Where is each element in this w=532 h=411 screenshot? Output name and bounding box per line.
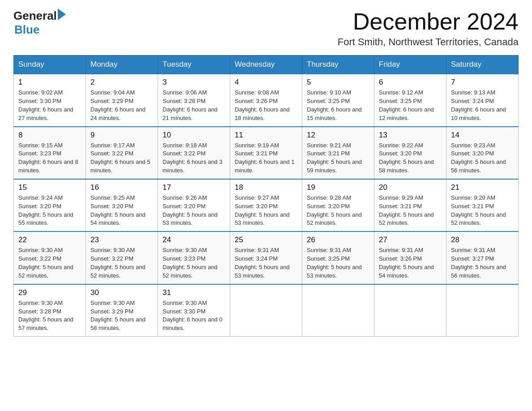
day-number: 19 xyxy=(307,183,369,192)
day-info: Sunrise: 9:31 AMSunset: 3:25 PMDaylight:… xyxy=(307,246,369,280)
day-info: Sunrise: 9:17 AMSunset: 3:22 PMDaylight:… xyxy=(90,141,153,175)
day-number: 14 xyxy=(451,131,514,140)
day-info: Sunrise: 9:31 AMSunset: 3:27 PMDaylight:… xyxy=(451,246,514,280)
day-info: Sunrise: 9:30 AMSunset: 3:30 PMDaylight:… xyxy=(163,299,225,333)
day-number: 1 xyxy=(18,78,81,87)
calendar-cell: 24 Sunrise: 9:30 AMSunset: 3:23 PMDaylig… xyxy=(158,231,230,284)
day-info: Sunrise: 9:15 AMSunset: 3:23 PMDaylight:… xyxy=(18,141,81,175)
weekday-header-row: SundayMondayTuesdayWednesdayThursdayFrid… xyxy=(14,56,519,74)
calendar-cell: 30 Sunrise: 9:30 AMSunset: 3:29 PMDaylig… xyxy=(86,284,158,337)
calendar-cell: 11 Sunrise: 9:19 AMSunset: 3:21 PMDaylig… xyxy=(230,127,302,179)
logo-general-text: General xyxy=(13,9,57,23)
day-info: Sunrise: 9:08 AMSunset: 3:26 PMDaylight:… xyxy=(235,89,297,122)
day-number: 15 xyxy=(18,183,81,192)
day-info: Sunrise: 9:30 AMSunset: 3:22 PMDaylight:… xyxy=(90,246,153,280)
day-number: 5 xyxy=(307,78,369,87)
day-info: Sunrise: 9:21 AMSunset: 3:21 PMDaylight:… xyxy=(307,141,369,175)
day-number: 18 xyxy=(235,183,297,192)
calendar-cell: 1 Sunrise: 9:02 AMSunset: 3:30 PMDayligh… xyxy=(14,74,86,126)
weekday-header-saturday: Saturday xyxy=(446,56,519,74)
day-info: Sunrise: 9:27 AMSunset: 3:20 PMDaylight:… xyxy=(235,194,297,227)
day-number: 17 xyxy=(163,183,225,192)
calendar-cell: 17 Sunrise: 9:26 AMSunset: 3:20 PMDaylig… xyxy=(158,179,230,231)
calendar-cell: 26 Sunrise: 9:31 AMSunset: 3:25 PMDaylig… xyxy=(302,231,374,284)
day-number: 31 xyxy=(163,288,225,297)
day-info: Sunrise: 9:29 AMSunset: 3:21 PMDaylight:… xyxy=(451,194,514,227)
week-row-4: 22 Sunrise: 9:30 AMSunset: 3:22 PMDaylig… xyxy=(14,231,519,284)
day-info: Sunrise: 9:26 AMSunset: 3:20 PMDaylight:… xyxy=(163,194,225,227)
logo-blue-text: Blue xyxy=(14,23,66,37)
calendar-cell: 19 Sunrise: 9:28 AMSunset: 3:20 PMDaylig… xyxy=(302,179,374,231)
day-number: 12 xyxy=(307,131,369,140)
day-number: 7 xyxy=(451,78,514,87)
calendar-table: SundayMondayTuesdayWednesdayThursdayFrid… xyxy=(13,55,519,337)
calendar-cell xyxy=(374,284,446,337)
day-number: 2 xyxy=(90,78,153,87)
day-info: Sunrise: 9:30 AMSunset: 3:28 PMDaylight:… xyxy=(18,299,81,333)
title-area: December 2024 Fort Smith, Northwest Terr… xyxy=(338,9,519,48)
day-info: Sunrise: 9:19 AMSunset: 3:21 PMDaylight:… xyxy=(235,141,297,175)
calendar-cell: 18 Sunrise: 9:27 AMSunset: 3:20 PMDaylig… xyxy=(230,179,302,231)
calendar-cell xyxy=(230,284,302,337)
day-info: Sunrise: 9:10 AMSunset: 3:25 PMDaylight:… xyxy=(307,89,369,122)
day-number: 26 xyxy=(307,235,369,244)
day-info: Sunrise: 9:30 AMSunset: 3:29 PMDaylight:… xyxy=(90,299,153,333)
calendar-cell: 10 Sunrise: 9:18 AMSunset: 3:22 PMDaylig… xyxy=(158,127,230,179)
weekday-header-thursday: Thursday xyxy=(302,56,374,74)
calendar-cell: 25 Sunrise: 9:31 AMSunset: 3:24 PMDaylig… xyxy=(230,231,302,284)
day-info: Sunrise: 9:31 AMSunset: 3:26 PMDaylight:… xyxy=(379,246,442,280)
calendar-cell: 15 Sunrise: 9:24 AMSunset: 3:20 PMDaylig… xyxy=(14,179,86,231)
day-info: Sunrise: 9:31 AMSunset: 3:24 PMDaylight:… xyxy=(235,246,297,280)
calendar-cell: 6 Sunrise: 9:12 AMSunset: 3:25 PMDayligh… xyxy=(374,74,446,126)
day-number: 27 xyxy=(379,235,442,244)
day-number: 10 xyxy=(163,131,225,140)
day-number: 8 xyxy=(18,131,81,140)
logo: General Blue xyxy=(13,9,66,37)
calendar-cell: 13 Sunrise: 9:22 AMSunset: 3:20 PMDaylig… xyxy=(374,127,446,179)
calendar-cell: 12 Sunrise: 9:21 AMSunset: 3:21 PMDaylig… xyxy=(302,127,374,179)
day-number: 25 xyxy=(235,235,297,244)
day-info: Sunrise: 9:30 AMSunset: 3:22 PMDaylight:… xyxy=(18,246,81,280)
logo-arrow-icon xyxy=(58,9,66,20)
day-info: Sunrise: 9:06 AMSunset: 3:28 PMDaylight:… xyxy=(163,89,225,122)
calendar-cell: 29 Sunrise: 9:30 AMSunset: 3:28 PMDaylig… xyxy=(14,284,86,337)
day-number: 29 xyxy=(18,288,81,297)
calendar-cell: 8 Sunrise: 9:15 AMSunset: 3:23 PMDayligh… xyxy=(14,127,86,179)
day-number: 6 xyxy=(379,78,442,87)
day-number: 9 xyxy=(90,131,153,140)
day-info: Sunrise: 9:04 AMSunset: 3:29 PMDaylight:… xyxy=(90,89,153,122)
day-number: 21 xyxy=(451,183,514,192)
calendar-cell: 4 Sunrise: 9:08 AMSunset: 3:26 PMDayligh… xyxy=(230,74,302,126)
calendar-cell: 23 Sunrise: 9:30 AMSunset: 3:22 PMDaylig… xyxy=(86,231,158,284)
day-info: Sunrise: 9:12 AMSunset: 3:25 PMDaylight:… xyxy=(379,89,442,122)
day-info: Sunrise: 9:28 AMSunset: 3:20 PMDaylight:… xyxy=(307,194,369,227)
day-number: 20 xyxy=(379,183,442,192)
day-number: 28 xyxy=(451,235,514,244)
calendar-cell: 21 Sunrise: 9:29 AMSunset: 3:21 PMDaylig… xyxy=(446,179,519,231)
header: General Blue December 2024 Fort Smith, N… xyxy=(13,9,519,48)
day-info: Sunrise: 9:18 AMSunset: 3:22 PMDaylight:… xyxy=(163,141,225,175)
day-info: Sunrise: 9:22 AMSunset: 3:20 PMDaylight:… xyxy=(379,141,442,175)
weekday-header-wednesday: Wednesday xyxy=(230,56,302,74)
day-info: Sunrise: 9:13 AMSunset: 3:24 PMDaylight:… xyxy=(451,89,514,122)
calendar-cell: 7 Sunrise: 9:13 AMSunset: 3:24 PMDayligh… xyxy=(446,74,519,126)
day-number: 30 xyxy=(90,288,153,297)
calendar-cell: 31 Sunrise: 9:30 AMSunset: 3:30 PMDaylig… xyxy=(158,284,230,337)
day-number: 24 xyxy=(163,235,225,244)
calendar-cell: 27 Sunrise: 9:31 AMSunset: 3:26 PMDaylig… xyxy=(374,231,446,284)
calendar-cell xyxy=(446,284,519,337)
calendar-cell: 28 Sunrise: 9:31 AMSunset: 3:27 PMDaylig… xyxy=(446,231,519,284)
day-number: 4 xyxy=(235,78,297,87)
weekday-header-tuesday: Tuesday xyxy=(158,56,230,74)
week-row-2: 8 Sunrise: 9:15 AMSunset: 3:23 PMDayligh… xyxy=(14,127,519,179)
week-row-1: 1 Sunrise: 9:02 AMSunset: 3:30 PMDayligh… xyxy=(14,74,519,126)
calendar-cell: 16 Sunrise: 9:25 AMSunset: 3:20 PMDaylig… xyxy=(86,179,158,231)
week-row-5: 29 Sunrise: 9:30 AMSunset: 3:28 PMDaylig… xyxy=(14,284,519,337)
day-info: Sunrise: 9:24 AMSunset: 3:20 PMDaylight:… xyxy=(18,194,81,227)
day-number: 23 xyxy=(90,235,153,244)
weekday-header-sunday: Sunday xyxy=(14,56,86,74)
calendar-cell xyxy=(302,284,374,337)
week-row-3: 15 Sunrise: 9:24 AMSunset: 3:20 PMDaylig… xyxy=(14,179,519,231)
day-info: Sunrise: 9:25 AMSunset: 3:20 PMDaylight:… xyxy=(90,194,153,227)
month-title: December 2024 xyxy=(338,9,519,34)
